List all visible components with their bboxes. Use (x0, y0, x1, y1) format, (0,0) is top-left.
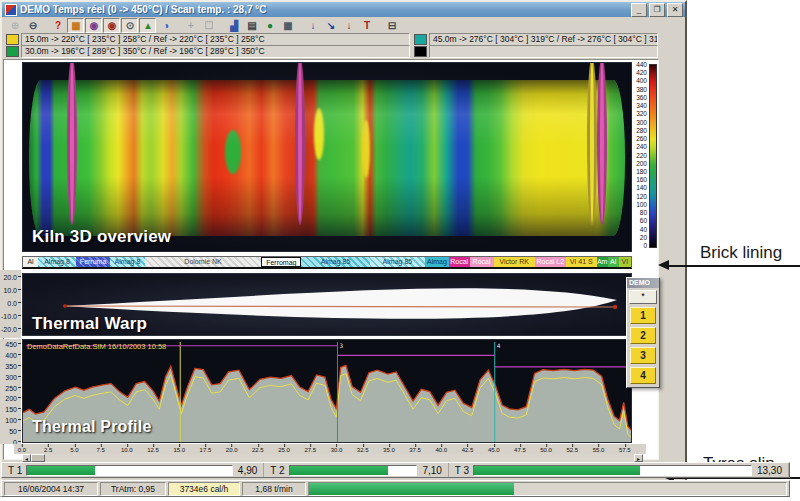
warp-view-icon[interactable]: ⊙ (121, 18, 138, 33)
profile-y-tick-label: 250 (5, 385, 21, 392)
kiln-cylinder (29, 80, 625, 236)
brick-segment: Rocal L2 (535, 257, 566, 267)
demo-panel-title: DEMO (627, 278, 659, 288)
scale-tick-label: 60 (640, 218, 647, 224)
profile-scrollbar: ◄ ► (22, 454, 643, 462)
zoom-out-icon[interactable]: ⊖ (24, 18, 41, 33)
zoom-in-icon[interactable]: ⊕ (6, 18, 23, 33)
annotation-brick-lining: Brick lining (700, 243, 782, 263)
save-region-icon[interactable]: ↘ (322, 18, 339, 33)
demo-star-button[interactable]: * (629, 290, 657, 304)
export-text-icon[interactable]: T (358, 18, 375, 33)
brick-segment: Dolomie NK (145, 257, 262, 267)
temperature-scale: 4404204003803603403203002802602402202001… (631, 61, 657, 252)
brick-segment: Rocal (449, 257, 470, 267)
tyre-slip-fill (474, 466, 640, 475)
scale-tick-label: 240 (636, 144, 647, 150)
demo-button-4[interactable]: 4 (630, 367, 656, 384)
brick-segment: Ferromag (261, 257, 301, 267)
demo-button-3[interactable]: 3 (630, 347, 656, 364)
scroll-thumb[interactable] (31, 454, 45, 462)
scale-tick-label: 260 (636, 136, 647, 142)
close-button[interactable]: ✕ (667, 3, 683, 17)
profile-y-tick-label: 200 (5, 395, 21, 402)
scale-tick-label: 140 (636, 185, 647, 191)
brick-segment: Almag 8 (110, 257, 144, 267)
palette-icon[interactable]: ◑ (157, 18, 174, 33)
scale-tick-label: 40 (640, 227, 647, 233)
globe-icon[interactable]: ● (261, 18, 278, 33)
scale-tick-label: 80 (640, 210, 647, 216)
profile-x-tick-label: 55.0 (593, 447, 605, 453)
brick-segment: Almag 85 (370, 257, 425, 267)
thermal-profile-view[interactable]: 34 DemoDataRefData.SIM 16/10/2003 10:58 … (22, 339, 632, 443)
profile-x-tick-label: 25.0 (278, 447, 290, 453)
status-field: 16/06/2004 14:37 (4, 482, 98, 496)
kiln-view-label: Kiln 3D overview (32, 227, 171, 247)
scale-tick-label: 220 (636, 153, 647, 159)
kiln-cylinder-shading (29, 80, 625, 236)
tyre-slip-bar (26, 465, 233, 476)
profile-y-tick-label: 50 (9, 428, 21, 435)
demo-button-2[interactable]: 2 (630, 327, 656, 344)
brick-lining-arrow (668, 265, 800, 267)
info-text-field (429, 45, 658, 58)
calculator-icon[interactable]: ▤ (243, 18, 260, 33)
profile-x-tick-label: 47.5 (514, 447, 526, 453)
profile-x-tick-label: 40.0 (435, 447, 447, 453)
crosshair-icon[interactable]: + (182, 18, 199, 33)
scale-tick-label: 120 (636, 194, 647, 200)
brick-segment: Almag 8 (38, 257, 76, 267)
kiln-3d-view[interactable]: Kiln 3D overview (22, 62, 632, 252)
profile-view-icon[interactable]: ▲ (139, 18, 156, 33)
selection-icon[interactable]: ☐ (200, 18, 217, 33)
info-right: 45.0m -> 276°C [ 304°C ] 319°C / Ref -> … (414, 34, 658, 57)
info-color-swatch (414, 46, 427, 57)
scale-tick-label: 0 (643, 243, 647, 249)
brick-segment: Rocal (470, 257, 494, 267)
status-gauge (308, 482, 787, 496)
profile-y-tick-label: 150 (5, 406, 21, 413)
scroll-left-icon[interactable]: ◄ (22, 454, 31, 462)
tyre-label: T 1 (2, 465, 26, 476)
histogram-icon[interactable]: ▟ (225, 18, 242, 33)
tyre-slip-bar (289, 465, 418, 476)
demo-panel: DEMO * 1234 (626, 277, 660, 388)
title-bar: DEMO Temps réel (0 -> 450°C) / Scan temp… (2, 2, 685, 17)
scale-tick-label: 400 (636, 78, 647, 84)
status-field: 3734e6 cal/h (168, 482, 240, 496)
scale-tick-label: 420 (636, 70, 647, 76)
profile-x-tick-label: 32.5 (357, 447, 369, 453)
info-color-swatch (414, 34, 427, 45)
page: DEMO Temps réel (0 -> 450°C) / Scan temp… (0, 0, 800, 501)
scan-view-icon[interactable]: ◉ (85, 18, 102, 33)
profile-y-tick-label: 450 (5, 341, 21, 348)
status-field: 1,68 t/min (242, 482, 306, 496)
profile-x-tick-label: 0.0 (18, 447, 26, 453)
minimize-button[interactable]: _ (631, 3, 647, 17)
kiln-3d-view-icon[interactable]: ◉ (103, 18, 120, 33)
save-data-icon[interactable]: ↓ (340, 18, 357, 33)
scroll-right-icon[interactable]: ► (634, 454, 643, 462)
profile-x-tick-label: 7.5 (96, 447, 104, 453)
scale-gradient-bar (649, 64, 657, 248)
scale-tick-label: 340 (636, 103, 647, 109)
tyre-value: 7,10 (417, 465, 447, 476)
grid-icon[interactable]: ▦ (279, 18, 296, 33)
profile-x-tick-label: 50.0 (540, 447, 552, 453)
print-icon[interactable]: ⊟ (383, 18, 400, 33)
kiln-tyre (597, 62, 607, 225)
profile-y-tick-label: 100 (5, 417, 21, 424)
thermal-map-icon[interactable]: ▦ (67, 18, 84, 33)
restore-button[interactable]: ❐ (649, 3, 665, 17)
help-icon[interactable]: ? (49, 18, 66, 33)
tyre-value: 13,30 (752, 465, 788, 476)
scale-tick-label: 360 (636, 95, 647, 101)
kiln-tyre (67, 62, 77, 225)
thermal-warp-view[interactable]: Thermal Warp (22, 273, 632, 336)
save-thermal-icon[interactable]: ↓ (304, 18, 321, 33)
demo-button-1[interactable]: 1 (630, 307, 656, 324)
brick-segment: Victor RK (494, 257, 535, 267)
profile-x-tick-label: 10.0 (121, 447, 133, 453)
profile-y-tick-label: 300 (5, 374, 21, 381)
